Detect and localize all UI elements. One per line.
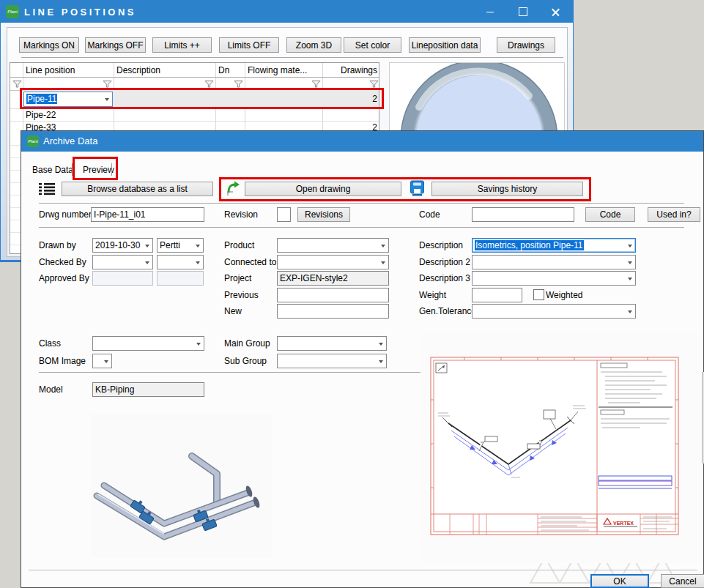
drawn-date-combobox[interactable]: 2019-10-30 xyxy=(92,238,153,253)
selected-line-position: Pipe-11 xyxy=(26,94,57,104)
maximize-button[interactable] xyxy=(506,1,539,23)
chevron-down-icon xyxy=(379,343,383,346)
chevron-down-icon xyxy=(145,245,149,248)
drawn-by-label: Drawn by xyxy=(39,240,76,250)
description2-combobox[interactable] xyxy=(472,255,636,269)
line-positions-titlebar[interactable]: Plant LINE POSITIONS xyxy=(1,1,573,23)
list-icon[interactable] xyxy=(39,182,55,198)
drawings-count: 2 xyxy=(322,94,377,104)
filter-icon[interactable] xyxy=(12,80,22,90)
markings-off-button[interactable]: Markings OFF xyxy=(85,37,146,53)
app-logo-icon: Plant xyxy=(27,135,39,147)
new-field[interactable] xyxy=(277,304,389,319)
separator xyxy=(39,203,684,204)
weighted-label: Weighted xyxy=(546,290,582,300)
tab-separator xyxy=(72,163,73,176)
chevron-down-icon xyxy=(628,278,632,280)
column-header-flowing-material[interactable]: Flowing mate... xyxy=(248,65,307,75)
filter-icon[interactable] xyxy=(234,80,243,90)
bom-image-label: BOM Image xyxy=(39,356,86,366)
savings-history-button[interactable]: Savings history xyxy=(431,182,583,196)
filter-icon[interactable] xyxy=(311,80,321,90)
previous-field[interactable] xyxy=(277,288,389,302)
dialog-title: Archive Data xyxy=(43,135,97,146)
savings-history-icon[interactable] xyxy=(410,180,424,199)
gen-tolerance-combobox[interactable] xyxy=(472,304,636,319)
chevron-down-icon xyxy=(196,343,201,346)
filter-icon[interactable] xyxy=(204,80,214,90)
chevron-down-icon xyxy=(381,245,385,248)
drwg-number-label: Drwg number xyxy=(39,209,92,220)
column-header-line-position[interactable]: Line position xyxy=(26,65,75,75)
revision-field[interactable] xyxy=(277,207,291,222)
description-value: Isometrics, position Pipe-11 xyxy=(475,240,584,250)
cancel-button[interactable]: Cancel xyxy=(661,574,704,588)
code-button[interactable]: Code xyxy=(585,207,635,222)
ok-button[interactable]: OK xyxy=(590,574,649,588)
zoom-3d-button[interactable]: Zoom 3D xyxy=(286,37,341,53)
limits-plus-button[interactable]: Limits ++ xyxy=(152,37,212,53)
table-row[interactable]: Pipe-22 xyxy=(26,110,56,120)
revision-label: Revision xyxy=(224,209,258,220)
browse-database-button[interactable]: Browse database as a list xyxy=(62,182,213,196)
chevron-down-icon xyxy=(145,261,149,264)
tab-base-data[interactable]: Base Data xyxy=(32,165,73,175)
connected-to-combobox[interactable] xyxy=(277,255,389,269)
weight-field[interactable] xyxy=(472,288,522,302)
description3-combobox[interactable] xyxy=(472,271,636,286)
bom-image-combobox[interactable] xyxy=(92,354,112,368)
line-position-combobox[interactable]: Pipe-11 xyxy=(23,92,113,107)
column-header-dn[interactable]: Dn xyxy=(218,65,229,75)
checked-by-label: Checked By xyxy=(39,257,86,267)
project-field: EXP-IGEN-style2 xyxy=(277,271,389,286)
close-button[interactable] xyxy=(539,1,572,23)
sub-group-combobox[interactable] xyxy=(277,354,387,368)
lineposition-data-button[interactable]: Lineposition data xyxy=(409,37,481,53)
markings-on-button[interactable]: Markings ON xyxy=(19,37,79,53)
sub-group-label: Sub Group xyxy=(224,356,267,366)
minimize-button[interactable] xyxy=(473,1,506,23)
filter-icon[interactable] xyxy=(103,80,112,90)
chevron-down-icon xyxy=(381,261,385,264)
drawn-person-value: Pertti xyxy=(160,240,180,250)
separator xyxy=(39,227,684,228)
product-combobox[interactable] xyxy=(277,238,389,253)
checked-person-combobox[interactable] xyxy=(157,255,204,269)
open-drawing-button[interactable]: Open drawing xyxy=(245,182,401,196)
class-combobox[interactable] xyxy=(92,336,204,351)
drawings-button[interactable]: Drawings xyxy=(497,37,555,53)
chevron-down-icon xyxy=(628,245,632,248)
chevron-down-icon xyxy=(628,261,632,264)
project-label: Project xyxy=(224,273,251,283)
code-field[interactable] xyxy=(472,207,574,222)
dialog-titlebar[interactable]: Plant Archive Data xyxy=(21,131,703,152)
window-title: LINE POSITIONS xyxy=(24,7,136,18)
description-combobox[interactable]: Isometrics, position Pipe-11 xyxy=(472,238,636,253)
chevron-down-icon xyxy=(379,360,383,363)
drwg-number-field[interactable]: I-Pipe-11_i01 xyxy=(91,207,204,222)
set-color-button[interactable]: Set color xyxy=(344,37,401,53)
drawn-person-combobox[interactable]: Pertti xyxy=(157,238,204,253)
code-label: Code xyxy=(419,209,440,220)
close-icon xyxy=(552,8,560,16)
used-in-button[interactable]: Used in? xyxy=(648,207,700,222)
drawing-preview: VERTEX xyxy=(420,334,702,563)
approved-person-field xyxy=(157,271,204,286)
main-group-combobox[interactable] xyxy=(277,336,387,351)
tab-preview[interactable]: Preview xyxy=(83,165,114,175)
approved-date-field xyxy=(92,271,153,286)
column-header-description[interactable]: Description xyxy=(116,65,160,75)
weighted-checkbox[interactable] xyxy=(533,289,544,300)
filter-icon[interactable] xyxy=(369,80,379,90)
limits-off-button[interactable]: Limits OFF xyxy=(219,37,279,53)
checked-date-combobox[interactable] xyxy=(92,255,153,269)
row-divider xyxy=(10,108,379,109)
approved-by-label: Approved By xyxy=(39,273,89,283)
weight-label: Weight xyxy=(419,290,446,300)
column-header-drawings[interactable]: Drawings xyxy=(322,65,377,75)
row-divider xyxy=(10,121,379,122)
revisions-button[interactable]: Revisions xyxy=(297,207,350,222)
description3-label: Description 3 xyxy=(419,273,470,283)
open-drawing-icon[interactable] xyxy=(226,181,240,199)
model-label: Model xyxy=(39,384,63,395)
